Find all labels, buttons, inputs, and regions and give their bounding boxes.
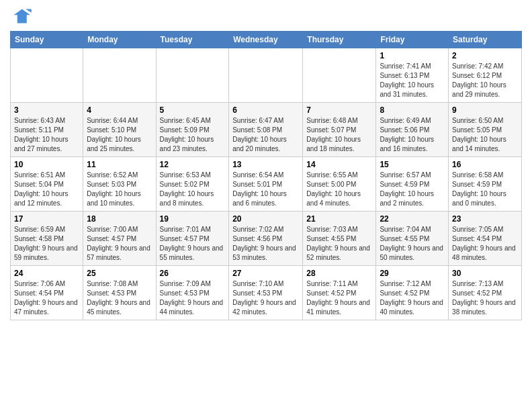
calendar-cell: 19Sunrise: 7:01 AMSunset: 4:57 PMDayligh…	[156, 212, 229, 266]
calendar-cell: 30Sunrise: 7:13 AMSunset: 4:52 PMDayligh…	[449, 266, 522, 320]
day-number: 20	[232, 214, 299, 224]
day-number: 16	[452, 160, 518, 169]
calendar-cell: 15Sunrise: 6:57 AMSunset: 4:59 PMDayligh…	[376, 157, 449, 212]
day-number: 18	[87, 214, 152, 224]
day-number: 24	[14, 269, 79, 278]
calendar-cell	[83, 48, 156, 103]
day-info: Sunrise: 6:48 AMSunset: 5:07 PMDaylight:…	[306, 116, 372, 154]
day-number: 9	[452, 105, 518, 115]
calendar-cell: 12Sunrise: 6:53 AMSunset: 5:02 PMDayligh…	[156, 157, 229, 212]
calendar-cell	[11, 48, 83, 103]
day-number: 26	[160, 269, 226, 278]
calendar-cell: 26Sunrise: 7:09 AMSunset: 4:53 PMDayligh…	[156, 266, 229, 320]
day-number: 8	[380, 105, 445, 115]
day-info: Sunrise: 6:58 AMSunset: 4:59 PMDaylight:…	[452, 171, 518, 208]
day-number: 29	[380, 269, 445, 278]
calendar-header-monday: Monday	[83, 32, 156, 48]
day-info: Sunrise: 7:05 AMSunset: 4:54 PMDaylight:…	[452, 225, 518, 263]
calendar-cell: 20Sunrise: 7:02 AMSunset: 4:56 PMDayligh…	[229, 212, 303, 266]
calendar-cell: 23Sunrise: 7:05 AMSunset: 4:54 PMDayligh…	[449, 212, 522, 266]
day-info: Sunrise: 7:03 AMSunset: 4:55 PMDaylight:…	[306, 225, 372, 263]
day-number: 4	[87, 105, 152, 115]
calendar-cell: 8Sunrise: 6:49 AMSunset: 5:06 PMDaylight…	[376, 103, 449, 157]
day-info: Sunrise: 6:54 AMSunset: 5:01 PMDaylight:…	[232, 171, 299, 208]
day-number: 22	[380, 214, 445, 224]
calendar-cell: 18Sunrise: 7:00 AMSunset: 4:57 PMDayligh…	[83, 212, 156, 266]
day-info: Sunrise: 6:47 AMSunset: 5:08 PMDaylight:…	[232, 116, 299, 154]
day-info: Sunrise: 6:44 AMSunset: 5:10 PMDaylight:…	[87, 116, 152, 154]
day-info: Sunrise: 6:57 AMSunset: 4:59 PMDaylight:…	[380, 171, 445, 208]
day-info: Sunrise: 7:09 AMSunset: 4:53 PMDaylight:…	[160, 279, 226, 317]
logo	[10, 7, 34, 26]
day-number: 19	[160, 214, 226, 224]
day-number: 12	[160, 160, 226, 169]
day-info: Sunrise: 7:00 AMSunset: 4:57 PMDaylight:…	[87, 225, 152, 263]
day-info: Sunrise: 7:06 AMSunset: 4:54 PMDaylight:…	[14, 279, 79, 317]
calendar-cell: 22Sunrise: 7:04 AMSunset: 4:55 PMDayligh…	[376, 212, 449, 266]
header	[10, 7, 522, 26]
day-info: Sunrise: 7:41 AMSunset: 6:13 PMDaylight:…	[380, 62, 445, 99]
calendar-week-4: 17Sunrise: 6:59 AMSunset: 4:58 PMDayligh…	[11, 212, 522, 266]
calendar-cell: 4Sunrise: 6:44 AMSunset: 5:10 PMDaylight…	[83, 103, 156, 157]
day-number: 14	[306, 160, 372, 169]
calendar-cell: 25Sunrise: 7:08 AMSunset: 4:53 PMDayligh…	[83, 266, 156, 320]
day-info: Sunrise: 6:59 AMSunset: 4:58 PMDaylight:…	[14, 225, 79, 263]
day-number: 3	[14, 105, 79, 115]
day-number: 17	[14, 214, 79, 224]
calendar-header-friday: Friday	[376, 32, 449, 48]
day-number: 7	[306, 105, 372, 115]
day-info: Sunrise: 7:10 AMSunset: 4:53 PMDaylight:…	[232, 279, 299, 317]
day-number: 2	[452, 51, 518, 60]
day-info: Sunrise: 6:51 AMSunset: 5:04 PMDaylight:…	[14, 171, 79, 208]
day-info: Sunrise: 7:02 AMSunset: 4:56 PMDaylight:…	[232, 225, 299, 263]
day-info: Sunrise: 6:50 AMSunset: 5:05 PMDaylight:…	[452, 116, 518, 154]
day-info: Sunrise: 7:04 AMSunset: 4:55 PMDaylight:…	[380, 225, 445, 263]
calendar-header-saturday: Saturday	[449, 32, 522, 48]
calendar-cell: 10Sunrise: 6:51 AMSunset: 5:04 PMDayligh…	[11, 157, 83, 212]
day-info: Sunrise: 7:11 AMSunset: 4:52 PMDaylight:…	[306, 279, 372, 317]
calendar-cell: 11Sunrise: 6:52 AMSunset: 5:03 PMDayligh…	[83, 157, 156, 212]
day-info: Sunrise: 7:13 AMSunset: 4:52 PMDaylight:…	[452, 279, 518, 317]
day-info: Sunrise: 7:01 AMSunset: 4:57 PMDaylight:…	[160, 225, 226, 263]
day-info: Sunrise: 7:08 AMSunset: 4:53 PMDaylight:…	[87, 279, 152, 317]
calendar-cell: 28Sunrise: 7:11 AMSunset: 4:52 PMDayligh…	[303, 266, 376, 320]
calendar-cell	[303, 48, 376, 103]
calendar-cell: 2Sunrise: 7:42 AMSunset: 6:12 PMDaylight…	[449, 48, 522, 103]
calendar-header-wednesday: Wednesday	[229, 32, 303, 48]
calendar-cell	[229, 48, 303, 103]
day-info: Sunrise: 7:42 AMSunset: 6:12 PMDaylight:…	[452, 62, 518, 99]
calendar-table: SundayMondayTuesdayWednesdayThursdayFrid…	[10, 31, 522, 320]
calendar-week-5: 24Sunrise: 7:06 AMSunset: 4:54 PMDayligh…	[11, 266, 522, 320]
calendar-cell: 7Sunrise: 6:48 AMSunset: 5:07 PMDaylight…	[303, 103, 376, 157]
day-number: 21	[306, 214, 372, 224]
calendar-cell: 21Sunrise: 7:03 AMSunset: 4:55 PMDayligh…	[303, 212, 376, 266]
calendar-cell	[156, 48, 229, 103]
logo-icon	[10, 7, 32, 26]
calendar-cell: 17Sunrise: 6:59 AMSunset: 4:58 PMDayligh…	[11, 212, 83, 266]
calendar-cell: 13Sunrise: 6:54 AMSunset: 5:01 PMDayligh…	[229, 157, 303, 212]
day-info: Sunrise: 7:12 AMSunset: 4:52 PMDaylight:…	[380, 279, 445, 317]
day-info: Sunrise: 6:49 AMSunset: 5:06 PMDaylight:…	[380, 116, 445, 154]
day-number: 6	[232, 105, 299, 115]
calendar-header-sunday: Sunday	[11, 32, 83, 48]
day-number: 1	[380, 51, 445, 60]
day-number: 11	[87, 160, 152, 169]
day-info: Sunrise: 6:43 AMSunset: 5:11 PMDaylight:…	[14, 116, 79, 154]
calendar-week-2: 3Sunrise: 6:43 AMSunset: 5:11 PMDaylight…	[11, 103, 522, 157]
day-info: Sunrise: 6:53 AMSunset: 5:02 PMDaylight:…	[160, 171, 226, 208]
calendar-cell: 14Sunrise: 6:55 AMSunset: 5:00 PMDayligh…	[303, 157, 376, 212]
day-number: 25	[87, 269, 152, 278]
day-number: 10	[14, 160, 79, 169]
day-info: Sunrise: 6:55 AMSunset: 5:00 PMDaylight:…	[306, 171, 372, 208]
day-number: 30	[452, 269, 518, 278]
day-info: Sunrise: 6:45 AMSunset: 5:09 PMDaylight:…	[160, 116, 226, 154]
day-info: Sunrise: 6:52 AMSunset: 5:03 PMDaylight:…	[87, 171, 152, 208]
calendar-header-thursday: Thursday	[303, 32, 376, 48]
calendar-header-row: SundayMondayTuesdayWednesdayThursdayFrid…	[11, 32, 522, 48]
day-number: 23	[452, 214, 518, 224]
day-number: 13	[232, 160, 299, 169]
calendar-cell: 27Sunrise: 7:10 AMSunset: 4:53 PMDayligh…	[229, 266, 303, 320]
calendar-cell: 29Sunrise: 7:12 AMSunset: 4:52 PMDayligh…	[376, 266, 449, 320]
calendar-cell: 5Sunrise: 6:45 AMSunset: 5:09 PMDaylight…	[156, 103, 229, 157]
calendar-cell: 9Sunrise: 6:50 AMSunset: 5:05 PMDaylight…	[449, 103, 522, 157]
